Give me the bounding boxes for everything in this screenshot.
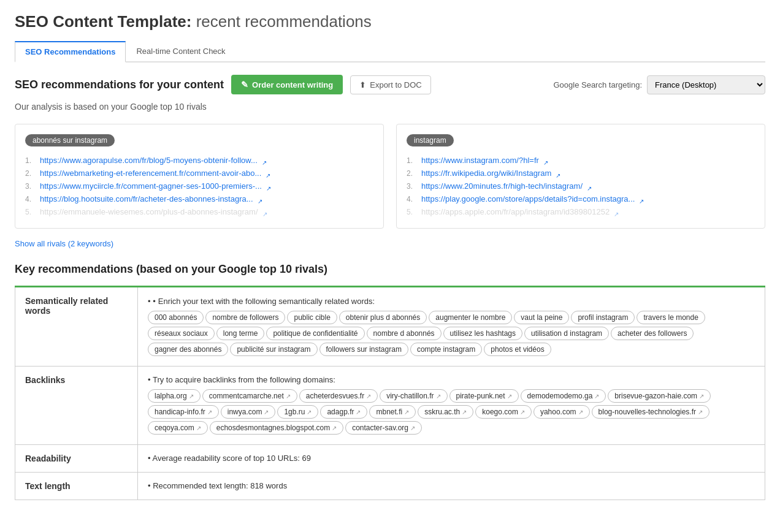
- show-all-rivals-link[interactable]: Show all rivals (2 keywords): [15, 239, 113, 248]
- table-cell-content-textlength: • Recommended text length: 818 words: [138, 473, 765, 500]
- backlinks-tags: lalpha.org ↗commentcamarche.net ↗acheter…: [148, 388, 755, 436]
- tag-ext-icon: ↗: [264, 409, 269, 416]
- page-title: SEO Content Template: recent recommendat…: [15, 12, 765, 31]
- rival-list-item-faded: 5.https://apps.apple.com/fr/app/instagra…: [407, 205, 755, 218]
- rival-link[interactable]: https://webmarketing-et-referencement.fr…: [40, 169, 261, 178]
- export-to-doc-button[interactable]: ⬆ Export to DOC: [350, 75, 431, 94]
- table-cell-content-semantics: •Enrich your text with the following sem…: [138, 287, 765, 367]
- rival-link[interactable]: https://www.instagram.com/?hl=fr: [421, 156, 539, 165]
- backlink-tag: handicap-info.fr ↗: [148, 405, 219, 419]
- external-link-icon: [587, 183, 593, 189]
- backlink-tag: koego.com ↗: [475, 405, 532, 419]
- export-icon: ⬆: [359, 80, 366, 89]
- backlink-tag: brisevue-gazon-haie.com ↗: [608, 389, 711, 403]
- rival-link[interactable]: https://www.20minutes.fr/high-tech/insta…: [421, 181, 583, 191]
- rival-link[interactable]: https://emmanuele-wiesemes.com/plus-d-ab…: [40, 207, 258, 216]
- tag-ext-icon: ↗: [462, 409, 467, 416]
- semantic-tag: acheter des followers: [611, 327, 694, 340]
- semantic-tag: 000 abonnés: [148, 311, 204, 324]
- rival-card-1: instagram 1.https://www.instagram.com/?h…: [396, 124, 765, 229]
- semantic-tag: long terme: [216, 327, 265, 340]
- tag-ext-icon: ↗: [332, 425, 337, 431]
- google-targeting-container: Google Search targeting: France (Desktop…: [553, 75, 765, 94]
- tag-ext-icon: ↗: [410, 425, 415, 431]
- tag-ext-icon: ↗: [207, 409, 212, 416]
- external-link-icon: [266, 170, 272, 177]
- backlink-tag: mbnet.fi ↗: [369, 405, 416, 419]
- backlink-tag: blog-nouvelles-technologies.fr ↗: [592, 405, 709, 419]
- rival-link[interactable]: https://www.agorapulse.com/fr/blog/5-moy…: [40, 156, 258, 165]
- rival-list-1: 1.https://www.instagram.com/?hl=fr 2.htt…: [407, 154, 755, 218]
- tag-ext-icon: ↗: [196, 425, 201, 431]
- semantic-tag: publicité sur instagram: [230, 343, 317, 356]
- tag-ext-icon: ↗: [594, 393, 599, 400]
- tag-ext-icon: ↗: [578, 409, 583, 416]
- backlink-tag: echosdesmontagnes.blogspot.com ↗: [210, 421, 343, 435]
- semantic-tag: augmenter le nombre: [429, 311, 512, 324]
- table-row-semantics: Semantically related words •Enrich your …: [15, 287, 765, 367]
- semantic-tag: followers sur instagram: [319, 343, 408, 356]
- order-content-writing-button[interactable]: ✎ Order content writing: [231, 75, 343, 94]
- backlink-tag: lalpha.org ↗: [148, 389, 201, 403]
- backlink-tag: yahoo.com ↗: [533, 405, 590, 419]
- table-row-textlength: Text length • Recommended text length: 8…: [15, 473, 765, 500]
- backlink-tag: inwya.com ↗: [221, 405, 276, 419]
- rival-link[interactable]: https://fr.wikipedia.org/wiki/Instagram: [421, 169, 551, 178]
- tag-ext-icon: ↗: [356, 409, 361, 416]
- order-icon: ✎: [241, 80, 248, 89]
- external-link-icon: [556, 170, 562, 177]
- rival-keyword-badge-0: abonnés sur instagram: [25, 134, 115, 146]
- analysis-note: Our analysis is based on your Google top…: [15, 102, 765, 112]
- recommendations-title: Key recommendations (based on your Googl…: [15, 263, 765, 276]
- tag-ext-icon: ↗: [436, 393, 441, 400]
- semantic-tag: travers le monde: [637, 311, 705, 324]
- rival-list-item: 2.https://webmarketing-et-referencement.…: [25, 167, 373, 180]
- tag-ext-icon: ↗: [366, 393, 371, 400]
- table-cell-label-textlength: Text length: [15, 473, 138, 500]
- rival-list-item: 1.https://www.agorapulse.com/fr/blog/5-m…: [25, 154, 373, 167]
- tab-seo-recommendations[interactable]: SEO Recommendations: [15, 41, 126, 63]
- tag-ext-icon: ↗: [307, 409, 312, 416]
- backlink-tag: 1gb.ru ↗: [277, 405, 318, 419]
- semantic-tag: public cible: [287, 311, 337, 324]
- backlink-tag: ceqoya.com ↗: [148, 421, 208, 435]
- backlink-tag: contacter-sav.org ↗: [345, 421, 422, 435]
- semantic-tag: utilisez les hashtags: [443, 327, 522, 340]
- external-link-icon: [258, 196, 264, 202]
- table-cell-label-semantics: Semantically related words: [15, 287, 138, 367]
- rival-link[interactable]: https://apps.apple.com/fr/app/instagram/…: [421, 207, 610, 216]
- external-link-icon: [266, 183, 272, 189]
- recommendations-table: Semantically related words •Enrich your …: [15, 286, 765, 500]
- backlink-tag: pirate-punk.net ↗: [449, 389, 519, 403]
- rival-card-0: abonnés sur instagram 1.https://www.agor…: [15, 124, 384, 229]
- rival-list-item: 3.https://www.myciircle.fr/comment-gagne…: [25, 180, 373, 192]
- semantic-tag: réseaux sociaux: [148, 327, 215, 340]
- rival-list-0: 1.https://www.agorapulse.com/fr/blog/5-m…: [25, 154, 373, 218]
- rival-link[interactable]: https://blog.hootsuite.com/fr/acheter-de…: [40, 194, 253, 203]
- tag-ext-icon: ↗: [404, 409, 409, 416]
- rival-list-item-faded: 5.https://emmanuele-wiesemes.com/plus-d-…: [25, 205, 373, 218]
- tag-ext-icon: ↗: [699, 393, 704, 400]
- backlink-tag: demodemodemo.ga ↗: [521, 389, 606, 403]
- rival-link[interactable]: https://play.google.com/store/apps/detai…: [421, 194, 635, 203]
- semantics-bullet: •Enrich your text with the following sem…: [148, 297, 375, 306]
- rival-link[interactable]: https://www.myciircle.fr/comment-gagner-…: [40, 181, 262, 191]
- tab-realtime-content-check[interactable]: Real-time Content Check: [126, 41, 235, 61]
- semantic-tag: profil instagram: [571, 311, 635, 324]
- semantic-tag: nombre d abonnés: [367, 327, 442, 340]
- tag-ext-icon: ↗: [507, 393, 512, 400]
- external-link-icon: [543, 158, 549, 164]
- table-cell-content-readability: • Average readability score of top 10 UR…: [138, 445, 765, 473]
- backlink-tag: commentcamarche.net ↗: [202, 389, 297, 403]
- tag-ext-icon: ↗: [698, 409, 703, 416]
- targeting-label: Google Search targeting:: [553, 80, 642, 89]
- table-cell-label-readability: Readability: [15, 445, 138, 473]
- table-row-readability: Readability • Average readability score …: [15, 445, 765, 473]
- targeting-select[interactable]: France (Desktop) France (Mobile) United …: [647, 75, 765, 94]
- semantic-tag: gagner des abonnés: [148, 343, 228, 356]
- backlink-tag: adagp.fr ↗: [320, 405, 367, 419]
- rival-list-item: 1.https://www.instagram.com/?hl=fr: [407, 154, 755, 167]
- backlink-tag: viry-chatillon.fr ↗: [380, 389, 447, 403]
- rival-list-item: 4.https://play.google.com/store/apps/det…: [407, 192, 755, 205]
- tag-ext-icon: ↗: [286, 393, 291, 400]
